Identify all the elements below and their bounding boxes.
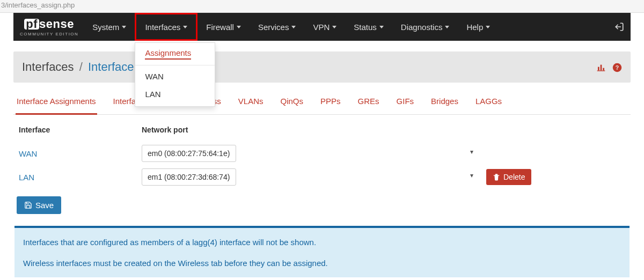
tab-interface-assignments[interactable]: Interface Assignments	[16, 92, 97, 115]
help-icon[interactable]: ?	[612, 62, 622, 73]
interface-table: Interface Network port WAN em0 (08:00:27…	[13, 115, 631, 214]
nav-diagnostics-label: Diagnostics	[401, 23, 443, 32]
interface-link-lan[interactable]: LAN	[16, 173, 142, 182]
save-icon	[24, 201, 32, 209]
info-box: Interfaces that are configured as member…	[14, 226, 630, 277]
logo-sense: sense	[39, 17, 74, 31]
table-header: Interface Network port	[16, 126, 628, 142]
nav-diagnostics[interactable]: Diagnostics	[392, 13, 458, 41]
trash-icon	[493, 173, 500, 181]
caret-icon	[332, 26, 336, 28]
nav-status[interactable]: Status	[345, 13, 392, 41]
tab-vlans[interactable]: VLANs	[237, 92, 265, 114]
dropdown-item-wan[interactable]: WAN	[135, 68, 215, 85]
col-networkport-header: Network port	[142, 126, 628, 134]
tab-qinqs[interactable]: QinQs	[280, 92, 305, 114]
tab-laggs[interactable]: LAGGs	[474, 92, 503, 114]
caret-icon	[291, 26, 296, 28]
save-button-label: Save	[35, 201, 54, 210]
tab-ppps[interactable]: PPPs	[319, 92, 342, 114]
network-port-select-wan[interactable]: em0 (08:00:27:75:64:1e)	[142, 145, 236, 162]
col-interface-header: Interface	[16, 126, 142, 134]
nav-vpn[interactable]: VPN	[304, 13, 345, 41]
chart-icon[interactable]	[596, 62, 606, 73]
tabs: Interface Assignments Interface Groups W…	[13, 83, 631, 115]
network-port-select-lan[interactable]: em1 (08:00:27:3d:68:74)	[142, 168, 236, 186]
svg-rect-4	[597, 70, 605, 71]
nav-firewall-label: Firewall	[206, 23, 234, 32]
table-row: LAN em1 (08:00:27:3d:68:74) Delete	[16, 165, 628, 189]
dropdown-item-assignments[interactable]: Assignments	[145, 48, 191, 60]
nav-interfaces[interactable]: Interfaces Assignments WAN LAN	[135, 13, 197, 41]
delete-button-label: Delete	[503, 173, 525, 181]
svg-text:?: ?	[616, 64, 619, 71]
page-header: Interfaces / Interface Assignments ?	[13, 51, 631, 83]
logo-pf: pf	[24, 19, 39, 30]
nav-vpn-label: VPN	[313, 23, 330, 32]
logo-subtitle: COMMUNITY EDITION	[20, 32, 78, 36]
nav-system-label: System	[92, 23, 119, 32]
logo[interactable]: pfsense COMMUNITY EDITION	[20, 13, 84, 41]
nav-services-label: Services	[258, 23, 289, 32]
nav-help-label: Help	[466, 23, 483, 32]
info-line-1: Interfaces that are configured as member…	[23, 238, 621, 247]
interface-link-wan[interactable]: WAN	[16, 149, 142, 158]
nav-system[interactable]: System	[84, 13, 135, 41]
save-button[interactable]: Save	[17, 196, 61, 214]
navbar: pfsense COMMUNITY EDITION System Interfa…	[13, 13, 631, 41]
breadcrumb-root[interactable]: Interfaces	[22, 60, 74, 73]
table-row: WAN em0 (08:00:27:75:64:1e)	[16, 142, 628, 165]
caret-icon	[445, 26, 449, 28]
caret-icon	[379, 26, 384, 28]
dropdown-item-lan[interactable]: LAN	[135, 85, 215, 103]
breadcrumb-separator: /	[79, 60, 83, 73]
logout-icon[interactable]	[614, 13, 624, 41]
url-bar: 3/interfaces_assign.php	[0, 0, 644, 13]
caret-icon	[237, 26, 241, 28]
dropdown-divider	[135, 65, 215, 65]
tab-bridges[interactable]: Bridges	[430, 92, 459, 114]
nav-services[interactable]: Services	[250, 13, 305, 41]
caret-icon	[183, 26, 187, 28]
caret-icon	[486, 26, 490, 28]
svg-rect-1	[598, 67, 599, 70]
nav-help[interactable]: Help	[458, 13, 499, 41]
nav-interfaces-label: Interfaces	[145, 23, 180, 32]
svg-rect-3	[603, 68, 604, 70]
tab-gres[interactable]: GREs	[357, 92, 380, 114]
tab-gifs[interactable]: GIFs	[396, 92, 415, 114]
caret-icon	[122, 26, 126, 28]
delete-button[interactable]: Delete	[486, 169, 531, 185]
nav-firewall[interactable]: Firewall	[197, 13, 250, 41]
interfaces-dropdown: Assignments WAN LAN	[135, 42, 215, 107]
svg-rect-2	[601, 64, 602, 70]
info-line-2: Wireless interfaces must be created on t…	[23, 259, 621, 268]
nav-status-label: Status	[354, 23, 377, 32]
